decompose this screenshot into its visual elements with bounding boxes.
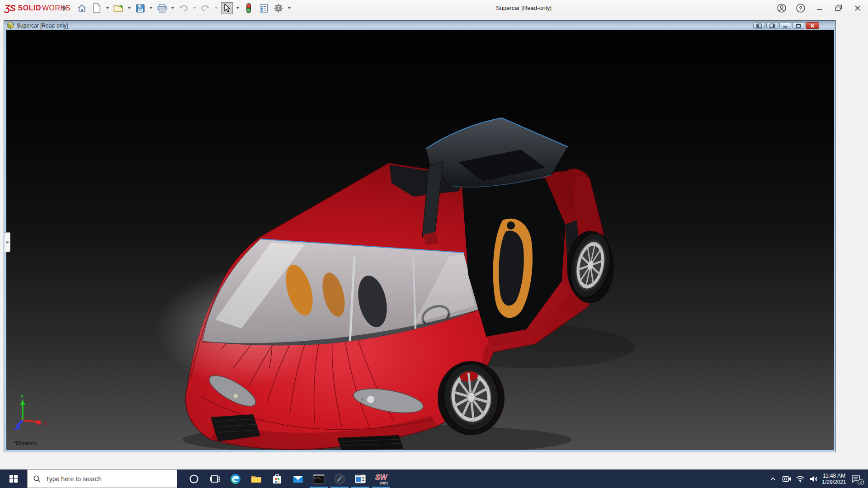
volume-icon [809,475,818,483]
document-minimize-button[interactable] [779,22,791,29]
rebuild-button[interactable] [243,2,255,14]
undo-icon [178,4,189,13]
taskbar-system-window-app[interactable] [350,469,371,488]
windows-logo-icon [9,475,18,483]
chevron-up-icon [770,477,776,481]
home-button[interactable] [76,2,88,14]
orientation-triad: Y X [13,394,49,436]
action-center-button[interactable]: 2 [848,469,864,488]
featuremanager-collapsed-tab[interactable] [5,232,10,252]
system-tray: 11:48 AM 1/29/2021 2 [766,469,866,488]
taskbar: Type here to search [0,469,868,488]
file-properties-icon [259,4,269,13]
gear-icon [274,3,283,13]
document-close-button[interactable] [806,22,819,29]
svg-text:C:\_: C:\_ [315,477,322,480]
hidden-icons-chevron[interactable] [766,469,780,488]
redo-dropdown[interactable] [214,2,218,14]
svg-text:?: ? [799,5,802,12]
options-dropdown[interactable] [288,2,291,14]
view-orientation-label: *Dimetric [14,440,38,446]
solidworks-2021-icon: SW 2021 [374,472,388,486]
cortana-icon [189,474,199,484]
network-button[interactable] [793,469,807,488]
taskbar-file-explorer[interactable] [246,469,267,488]
toolbar-flyout-arrow-icon[interactable] [63,5,66,11]
file-explorer-icon [250,474,262,484]
account-icon [777,3,787,13]
notification-badge: 2 [858,479,864,485]
right-pane-icon [769,23,775,28]
taskbar-microsoft-store[interactable] [267,469,288,488]
document-restore-button[interactable] [793,22,804,29]
print-button[interactable] [156,2,168,14]
minimize-icon [816,5,823,12]
search-placeholder: Type here to search [46,475,102,483]
clock-date: 1/29/2021 [821,479,848,485]
undo-button[interactable] [178,2,189,14]
redo-button[interactable] [199,2,211,14]
taskbar-clock[interactable]: 11:48 AM 1/29/2021 [821,473,848,485]
svg-text:2021: 2021 [380,481,388,485]
save-button[interactable] [134,2,146,14]
open-button[interactable] [113,2,124,14]
pane-tab-dot-icon [6,241,9,244]
help-button[interactable]: ? [795,2,807,14]
minimize-button[interactable] [814,2,826,14]
rebuild-traffic-light-icon [245,3,252,14]
taskbar-mail[interactable] [288,469,308,488]
select-cursor-icon [223,4,231,13]
graphics-viewport[interactable]: Y X *Dimetric [6,30,834,450]
svg-text:Y: Y [20,394,24,399]
supercar-3d-model[interactable] [6,30,834,450]
solidworks-logo: ƷS SOLID WORKS [5,0,71,16]
save-dropdown[interactable] [149,2,153,14]
new-document-dropdown[interactable] [106,2,109,14]
redo-icon [200,4,211,13]
show-desktop-button[interactable] [864,469,866,488]
close-icon [854,5,861,12]
mail-icon [292,474,304,484]
toggle-left-pane-button[interactable] [753,22,765,29]
home-icon [77,3,87,13]
taskbar-solidworks-2021[interactable]: SW 2021 [371,469,392,488]
taskbar-task-view[interactable] [204,469,225,488]
part-document-icon [7,22,14,29]
hexagon-compass-app-icon [334,473,345,485]
system-window-app-icon [354,474,366,484]
taskbar-edge[interactable] [225,469,246,488]
undo-dropdown[interactable] [193,2,196,14]
meet-now-button[interactable] [780,469,793,488]
left-pane-icon [756,23,762,28]
svg-text:X: X [44,421,47,426]
microsoft-edge-icon [230,473,241,485]
app-window-controls: ? [776,0,863,16]
select-dropdown[interactable] [236,2,240,14]
toggle-right-pane-button[interactable] [766,22,778,29]
select-button[interactable] [221,2,233,14]
new-document-button[interactable] [91,2,103,14]
taskbar-hexagon-compass-app[interactable] [329,469,350,488]
file-properties-button[interactable] [258,2,269,14]
start-button[interactable] [0,469,27,488]
account-button[interactable] [776,2,788,14]
close-button[interactable] [852,2,863,14]
clock-time: 11:48 AM [821,473,848,479]
volume-button[interactable] [807,469,821,488]
open-folder-icon [113,3,124,13]
open-dropdown[interactable] [127,2,131,14]
task-view-icon [209,474,220,484]
taskbar-command-prompt[interactable]: C:\_ [308,469,329,488]
print-dropdown[interactable] [171,2,175,14]
document-titlebar[interactable]: Supercar [Read-only] [4,20,835,30]
restore-icon [835,4,843,12]
help-icon: ? [796,3,806,13]
new-document-icon [92,3,101,13]
meet-now-camera-icon [782,475,791,483]
document-title: Supercar [Read-only] [17,23,68,29]
logo-3ds-glyph: ƷS [5,3,15,14]
taskbar-cortana[interactable] [184,469,204,488]
taskbar-search[interactable]: Type here to search [27,469,177,488]
restore-button[interactable] [833,2,844,14]
options-button[interactable] [273,2,284,14]
